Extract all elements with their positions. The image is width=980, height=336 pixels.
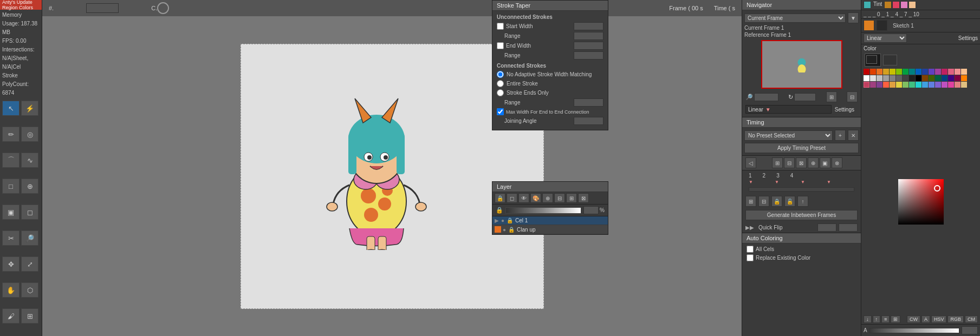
- alpha-slider[interactable]: [869, 328, 959, 333]
- layer-tool-2[interactable]: ◻: [507, 193, 517, 203]
- settings-btn[interactable]: Settings: [832, 106, 858, 114]
- swatch-42[interactable]: [929, 82, 934, 88]
- layer-tool-4[interactable]: 🎨: [530, 193, 541, 203]
- fg-swatch[interactable]: [865, 54, 881, 67]
- tool-rect[interactable]: □: [2, 179, 20, 194]
- swatch-26[interactable]: [929, 75, 934, 81]
- tint-swatch-gold[interactable]: [884, 1, 892, 9]
- start-width-value[interactable]: 10 %: [574, 22, 603, 30]
- cw-btn[interactable]: CW: [907, 315, 920, 323]
- layer-tool-5[interactable]: ⊕: [542, 193, 553, 203]
- apply-timing-btn[interactable]: Apply Timing Preset: [744, 143, 859, 153]
- alpha-value[interactable]: 255: [962, 326, 978, 334]
- settings-label[interactable]: Settings: [958, 35, 978, 41]
- swatch-29[interactable]: [948, 75, 954, 81]
- swatch-8[interactable]: [916, 69, 921, 75]
- layer-row-cel[interactable]: ▶ ● 🔒 Cel 1: [492, 216, 608, 225]
- swatch-40[interactable]: [916, 82, 921, 88]
- swatch-11[interactable]: [935, 69, 941, 75]
- tool-lasso[interactable]: ⚡: [21, 101, 38, 116]
- swatch-21[interactable]: [896, 75, 902, 81]
- layer-ctrl-2[interactable]: ⊟: [758, 196, 769, 207]
- swatch-2[interactable]: [877, 69, 882, 75]
- hsv-btn[interactable]: HSV: [931, 315, 947, 323]
- a-btn[interactable]: A: [921, 315, 930, 323]
- grid-btn[interactable]: ⊞: [891, 315, 900, 323]
- swatch-16[interactable]: [864, 75, 869, 81]
- swatch-35[interactable]: [883, 82, 889, 88]
- swatch-17[interactable]: [870, 75, 876, 81]
- tool-curve[interactable]: ∿: [21, 153, 38, 168]
- swatch-44[interactable]: [942, 82, 947, 88]
- layer-ctrl-3[interactable]: 🔒: [771, 196, 782, 207]
- tool-add[interactable]: ⊕: [21, 179, 38, 194]
- clan-icon-3[interactable]: ⊠: [796, 157, 807, 168]
- clan-icon-4[interactable]: ⊕: [808, 157, 819, 168]
- radio-no-adaptive-input[interactable]: [497, 71, 504, 78]
- layer-tool-8[interactable]: ⊠: [578, 193, 589, 203]
- sort-btn[interactable]: ≡: [881, 315, 890, 323]
- swatch-6[interactable]: [903, 69, 908, 75]
- swatch-23[interactable]: [909, 75, 915, 81]
- swatch-37[interactable]: [896, 82, 902, 88]
- swatch-41[interactable]: [922, 82, 928, 88]
- swatch-30[interactable]: [955, 75, 960, 81]
- swatch-33[interactable]: [870, 82, 876, 88]
- swatch-10[interactable]: [929, 69, 934, 75]
- tool-hand[interactable]: ✋: [2, 282, 20, 298]
- swatch-20[interactable]: [890, 75, 895, 81]
- swatch-1[interactable]: [870, 69, 876, 75]
- sketch-color-2[interactable]: [877, 20, 887, 31]
- tool-zoom[interactable]: 🔎: [21, 230, 38, 246]
- swatch-38[interactable]: [903, 82, 908, 88]
- timing-add-btn[interactable]: +: [835, 130, 846, 141]
- timing-preset-select[interactable]: No Preset Selected: [744, 130, 833, 141]
- nav-ref-btn[interactable]: ⊟: [847, 91, 858, 102]
- max-width-check[interactable]: [497, 108, 504, 115]
- swatch-14[interactable]: [955, 69, 960, 75]
- tool-brush[interactable]: 🖌: [2, 308, 20, 324]
- start-width-check[interactable]: [497, 23, 504, 30]
- all-cels-check[interactable]: [747, 246, 754, 253]
- tint-swatch-lightpink[interactable]: [900, 1, 908, 9]
- layer-ctrl-4[interactable]: 🔓: [784, 196, 795, 207]
- tool-transform[interactable]: ⤢: [21, 256, 38, 272]
- layer-ctrl-5[interactable]: ↑: [797, 196, 808, 207]
- swatch-15[interactable]: [961, 69, 967, 75]
- swatch-4[interactable]: [890, 69, 895, 75]
- layer-tool-1[interactable]: 🔒: [495, 193, 505, 203]
- swatch-45[interactable]: [948, 82, 954, 88]
- swatch-28[interactable]: [942, 75, 947, 81]
- nav-fit-btn[interactable]: ⊞: [826, 91, 837, 102]
- swatch-0[interactable]: [864, 69, 869, 75]
- navigator-frame-dropdown[interactable]: Current Frame: [744, 14, 846, 23]
- range-value-3[interactable]: -40 %: [574, 98, 603, 107]
- swatch-47[interactable]: [961, 82, 967, 88]
- tool-select[interactable]: ↖: [2, 101, 20, 116]
- rotation-value[interactable]: 0.0°: [794, 93, 816, 101]
- swatch-22[interactable]: [903, 75, 908, 81]
- generate-btn[interactable]: Generate Inbetween Frames: [745, 210, 858, 220]
- layer-ctrl-1[interactable]: ⊞: [745, 196, 756, 207]
- quick-flip-fps[interactable]: 12 fps: [839, 223, 858, 232]
- joining-angle-value[interactable]: 120 °: [574, 117, 603, 125]
- swatch-7[interactable]: [909, 69, 915, 75]
- replace-color-check[interactable]: [747, 254, 754, 261]
- range-value-1[interactable]: -40 %: [574, 32, 603, 40]
- linear-slider-area[interactable]: Linear ▼: [745, 105, 832, 114]
- rgb-btn[interactable]: RGB: [947, 315, 964, 323]
- swatch-12[interactable]: [942, 69, 947, 75]
- swatch-18[interactable]: [877, 75, 882, 81]
- layer-row-clan[interactable]: ● 🔒 Clan up: [492, 225, 608, 234]
- swatch-3[interactable]: [883, 69, 889, 75]
- end-width-check[interactable]: [497, 42, 504, 49]
- linear-select[interactable]: Linear: [864, 34, 907, 43]
- bg-swatch[interactable]: [883, 55, 897, 65]
- tool-cut[interactable]: ✂: [2, 230, 20, 246]
- swatch-13[interactable]: [948, 69, 954, 75]
- timing-del-btn[interactable]: ✕: [848, 130, 859, 141]
- tool-eraser[interactable]: ◻: [21, 205, 38, 220]
- opacity-value[interactable]: 100: [583, 206, 599, 214]
- tool-move[interactable]: ✥: [2, 256, 20, 272]
- tint-swatch-teal[interactable]: [864, 1, 871, 9]
